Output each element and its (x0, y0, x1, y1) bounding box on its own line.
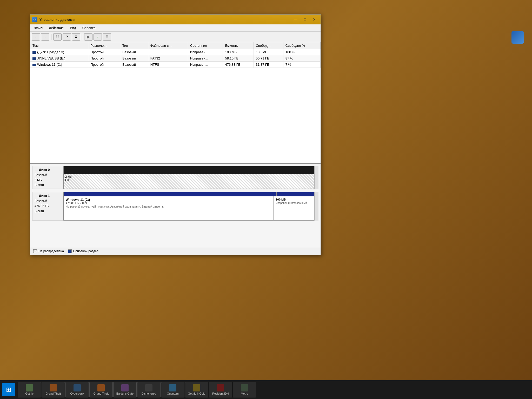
taskbar-item-gta1[interactable]: Grand Theft (42, 382, 65, 397)
disk-0-part-size: 2 Мб (65, 175, 312, 178)
back-button[interactable]: ← (32, 33, 40, 41)
table-cell-1-1: Простой (88, 55, 120, 62)
table-cell-0-7: 100 % (283, 49, 320, 55)
disk-0-part-label: Не... (65, 178, 312, 181)
quantum-icon (169, 384, 176, 391)
gothic2-label: Gothic II Gold (188, 392, 205, 395)
col-volume[interactable]: Том (30, 42, 88, 49)
disk-1-row: — Диск 1 Базовый 476,92 ГБ В сети (32, 192, 318, 221)
table-cell-0-1: Простой (88, 49, 120, 55)
table-cell-1-2: Базовый (120, 55, 148, 62)
disk-1-partitions: Windows 11 (C:) 476,83 ГБ NTFS Исправен … (63, 192, 314, 221)
menu-view[interactable]: Вид (67, 25, 79, 31)
disk-table: Том Располо... Тип Файловая с... Состоян… (30, 42, 321, 68)
table-cell-0-2: Базовый (120, 49, 148, 55)
minimize-button[interactable]: — (291, 16, 300, 23)
taskbar-item-baldurs[interactable]: Baldur's Gate (113, 382, 137, 397)
disk-1-scrollbar[interactable] (314, 192, 318, 221)
close-button[interactable]: ✕ (310, 16, 318, 23)
menu-file[interactable]: Файл (31, 25, 46, 31)
gta2-label: Grand Theft (94, 392, 109, 395)
taskbar-item-resident[interactable]: Resident Evil (209, 382, 232, 397)
col-location[interactable]: Располо... (88, 42, 120, 49)
settings-button[interactable]: ☷ (103, 33, 111, 41)
table-cell-2-5: 476,83 ГБ (223, 62, 254, 68)
col-filesystem[interactable]: Файловая с... (148, 42, 188, 49)
disk-0-partitions: 2 Мб Не... (63, 166, 314, 189)
table-cell-2-1: Простой (88, 62, 120, 68)
disk-table-area: Том Располо... Тип Файловая с... Состоян… (30, 42, 321, 164)
disk-1-parts-content: Windows 11 (C:) 476,83 ГБ NTFS Исправен … (64, 196, 314, 220)
disk-1-type: Базовый (35, 199, 61, 204)
properties-button[interactable]: ☷ (72, 33, 80, 41)
window-content: Том Располо... Тип Файловая с... Состоян… (30, 42, 321, 255)
taskbar-item-quantum[interactable]: Quantum (161, 382, 184, 397)
disk-1-c-status: Исправен (Загрузка, Файл подкачки, Авари… (66, 205, 271, 208)
table-cell-0-5: 100 МБ (223, 49, 254, 55)
taskbar-item-dishonored[interactable]: Dishonored (137, 382, 161, 397)
window-titlebar: Управление дисками — □ ✕ (30, 15, 321, 24)
menu-action[interactable]: Действие (46, 25, 67, 31)
cyberpunk-label: Cyberpunk (70, 392, 84, 395)
taskbar-item-gta2[interactable]: Grand Theft (89, 382, 113, 397)
rescan-button[interactable]: ▶ (84, 33, 92, 41)
gothic-icon (26, 384, 33, 391)
taskbar-item-gothic[interactable]: Gothic (18, 382, 41, 397)
table-cell-2-0: Windows 11 (C:) (30, 62, 88, 68)
disk-1-100mb-size: 100 МБ (276, 198, 312, 201)
taskbar: ⊞ Gothic Grand Theft Cyberpunk Grand The… (0, 380, 532, 399)
disk-1-header-bar (64, 192, 314, 196)
window-title: Управление дисками (39, 18, 289, 22)
quantum-label: Quantum (167, 392, 178, 395)
table-row[interactable]: JINNLIVEUSB (E:)ПростойБазовыйFAT32Испра… (30, 55, 321, 62)
col-free[interactable]: Свобод... (254, 42, 283, 49)
col-capacity[interactable]: Емкость (223, 42, 254, 49)
disk-map-area: — Диск 0 Базовый 2 МБ В сети 2 Мб Не... (30, 164, 321, 247)
gta2-icon (97, 384, 105, 391)
metro-label: Metro (241, 392, 248, 395)
help-button[interactable]: ? (63, 33, 71, 41)
table-cell-1-7: 87 % (283, 55, 320, 62)
table-cell-1-4: Исправен... (188, 55, 223, 62)
disk-management-window: Управление дисками — □ ✕ Файл Действие В… (30, 14, 321, 255)
toolbar: ← → ☷ ? ☷ ▶ ✓ ☷ (30, 32, 321, 42)
disk-1-100mb-status: Исправен (Шифрованный (276, 202, 312, 204)
cyberpunk-icon (74, 384, 81, 391)
taskbar-item-cyberpunk[interactable]: Cyberpunk (65, 382, 89, 397)
legend: Не распределена Основной раздел (30, 247, 321, 255)
window-controls: — □ ✕ (291, 16, 318, 23)
table-row[interactable]: (Диск 1 раздел 3)ПростойБазовыйИсправен.… (30, 49, 321, 55)
desktop-icon-1[interactable] (509, 31, 527, 45)
disk-0-size: 2 МБ (35, 178, 61, 183)
forward-button[interactable]: → (41, 33, 49, 41)
taskbar-item-gothic2[interactable]: Gothic II Gold (185, 382, 208, 397)
disk-0-unallocated: 2 Мб Не... (64, 174, 314, 189)
disk-1-100mb-partition[interactable]: 100 МБ Исправен (Шифрованный (274, 196, 314, 220)
baldurs-icon (121, 384, 129, 391)
disk-1-title: — Диск 1 (35, 193, 61, 199)
maximize-button[interactable]: □ (301, 16, 309, 23)
disk-0-part-1: 2 Мб Не... (64, 166, 314, 189)
gothic-label: Gothic (25, 392, 34, 395)
disk-1-c-partition[interactable]: Windows 11 (C:) 476,83 ГБ NTFS Исправен … (64, 196, 274, 220)
disk-0-row: — Диск 0 Базовый 2 МБ В сети 2 Мб Не... (32, 166, 318, 189)
taskbar-item-metro[interactable]: Metro (233, 382, 256, 397)
gothic2-icon (193, 384, 200, 391)
disk-1-header-c (64, 192, 277, 196)
view-disk-list-button[interactable]: ☷ (53, 33, 62, 41)
disk-0-scrollbar[interactable] (314, 166, 318, 189)
menu-help[interactable]: Справка (79, 25, 99, 31)
table-cell-2-6: 31,37 ГБ (254, 62, 283, 68)
disk-1-header-100mb (277, 192, 314, 196)
col-freepct[interactable]: Свободно % (283, 42, 320, 49)
desktop: Управление дисками — □ ✕ Файл Действие В… (0, 0, 532, 399)
resident-label: Resident Evil (212, 392, 229, 395)
table-row[interactable]: Windows 11 (C:)ПростойБазовыйNTFSИсправе… (30, 62, 321, 68)
disk-management-icon (32, 17, 37, 22)
col-status[interactable]: Состояние (188, 42, 223, 49)
table-cell-0-6: 100 МБ (254, 49, 283, 55)
col-type[interactable]: Тип (120, 42, 148, 49)
check-button[interactable]: ✓ (94, 33, 102, 41)
dishonored-label: Dishonored (142, 392, 156, 395)
start-button[interactable]: ⊞ (2, 383, 15, 396)
